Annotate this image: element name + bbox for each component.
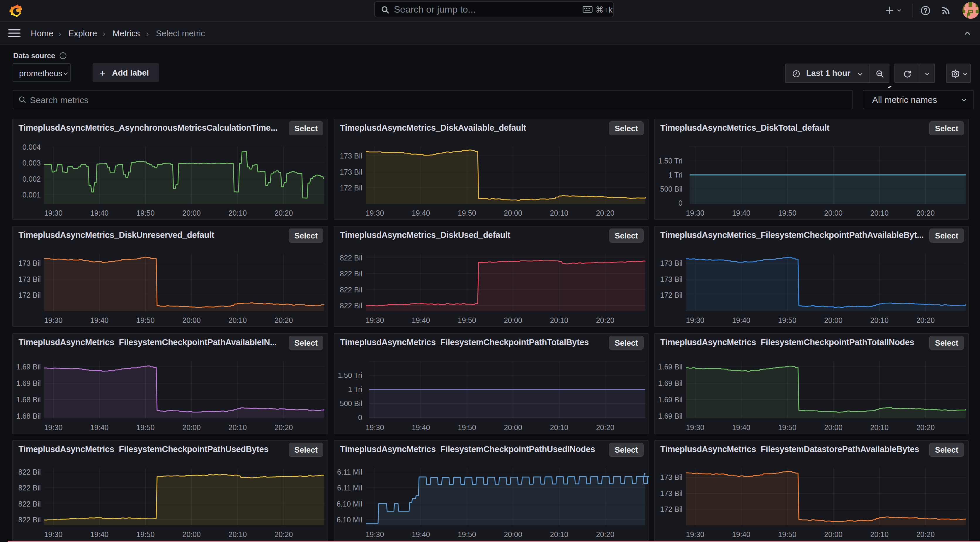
svg-text:1.69 Bil: 1.69 Bil: [658, 363, 682, 371]
svg-text:1 Tri: 1 Tri: [348, 385, 362, 393]
svg-text:20:20: 20:20: [596, 209, 614, 217]
svg-text:822 Bil: 822 Bil: [19, 500, 41, 508]
svg-text:19:40: 19:40: [90, 530, 109, 539]
svg-text:173 Bil: 173 Bil: [660, 259, 682, 267]
svg-text:822 Bil: 822 Bil: [340, 254, 362, 262]
svg-text:19:30: 19:30: [44, 316, 63, 324]
svg-text:172 Bil: 172 Bil: [660, 505, 682, 513]
svg-text:19:40: 19:40: [412, 316, 430, 324]
svg-text:19:30: 19:30: [366, 209, 384, 217]
svg-text:20:00: 20:00: [182, 316, 201, 324]
svg-text:19:30: 19:30: [44, 209, 63, 217]
svg-text:173 Bil: 173 Bil: [660, 275, 682, 283]
svg-text:19:50: 19:50: [136, 209, 155, 217]
svg-text:6.11 Mil: 6.11 Mil: [337, 484, 362, 492]
svg-text:173 Bil: 173 Bil: [19, 275, 41, 283]
svg-text:20:20: 20:20: [275, 316, 293, 324]
svg-text:19:30: 19:30: [686, 209, 705, 217]
svg-text:1.69 Bil: 1.69 Bil: [16, 363, 41, 371]
svg-text:20:00: 20:00: [824, 316, 843, 324]
svg-text:1.50 Tri: 1.50 Tri: [658, 157, 682, 165]
svg-text:172 Bil: 172 Bil: [19, 291, 41, 299]
svg-text:20:00: 20:00: [824, 209, 843, 217]
svg-text:20:10: 20:10: [229, 530, 247, 539]
svg-text:500 Bil: 500 Bil: [340, 399, 362, 407]
svg-text:20:10: 20:10: [550, 423, 568, 432]
svg-text:1 Tri: 1 Tri: [668, 171, 682, 179]
svg-text:0: 0: [358, 413, 362, 421]
svg-text:822 Bil: 822 Bil: [340, 270, 362, 278]
svg-text:19:40: 19:40: [412, 423, 430, 432]
svg-text:20:20: 20:20: [275, 530, 293, 539]
svg-text:19:40: 19:40: [90, 209, 109, 217]
svg-text:19:30: 19:30: [686, 530, 705, 539]
svg-text:19:50: 19:50: [136, 316, 155, 324]
svg-text:19:40: 19:40: [412, 530, 430, 539]
svg-text:0.002: 0.002: [22, 175, 41, 183]
svg-text:20:00: 20:00: [824, 530, 843, 539]
svg-text:20:10: 20:10: [229, 209, 247, 217]
svg-text:0.004: 0.004: [22, 143, 41, 151]
svg-text:19:40: 19:40: [732, 209, 751, 217]
svg-text:19:50: 19:50: [778, 209, 797, 217]
svg-text:822 Bil: 822 Bil: [19, 484, 41, 492]
svg-text:20:00: 20:00: [824, 423, 843, 432]
svg-text:1.69 Bil: 1.69 Bil: [16, 379, 41, 387]
svg-text:20:00: 20:00: [504, 530, 522, 539]
svg-text:19:40: 19:40: [732, 530, 751, 539]
svg-text:20:10: 20:10: [229, 316, 247, 324]
svg-text:500 Bil: 500 Bil: [660, 185, 682, 193]
svg-text:173 Bil: 173 Bil: [660, 489, 682, 497]
svg-text:19:30: 19:30: [366, 530, 384, 539]
svg-text:20:00: 20:00: [504, 316, 522, 324]
svg-text:173 Bil: 173 Bil: [660, 473, 682, 482]
svg-text:20:20: 20:20: [916, 316, 935, 324]
svg-text:6.11 Mil: 6.11 Mil: [337, 468, 362, 476]
svg-text:822 Bil: 822 Bil: [19, 516, 41, 524]
svg-text:0.001: 0.001: [22, 191, 41, 199]
svg-text:20:20: 20:20: [916, 530, 935, 539]
svg-text:822 Bil: 822 Bil: [340, 286, 362, 294]
svg-text:19:50: 19:50: [136, 423, 155, 432]
svg-text:6.10 Mil: 6.10 Mil: [336, 516, 362, 524]
svg-text:172 Bil: 172 Bil: [660, 291, 682, 299]
svg-text:173 Bil: 173 Bil: [340, 168, 362, 176]
svg-text:20:10: 20:10: [550, 209, 568, 217]
svg-text:1.69 Bil: 1.69 Bil: [658, 396, 682, 404]
svg-text:19:50: 19:50: [778, 423, 797, 432]
svg-text:20:10: 20:10: [550, 530, 568, 539]
svg-text:6.10 Mil: 6.10 Mil: [336, 500, 362, 508]
svg-text:20:20: 20:20: [916, 209, 935, 217]
svg-text:19:30: 19:30: [366, 316, 384, 324]
svg-text:20:20: 20:20: [916, 423, 935, 432]
svg-text:19:40: 19:40: [90, 316, 109, 324]
svg-text:20:10: 20:10: [550, 316, 568, 324]
svg-text:19:30: 19:30: [686, 316, 705, 324]
svg-text:20:00: 20:00: [504, 209, 522, 217]
svg-text:1.69 Bil: 1.69 Bil: [658, 412, 682, 420]
svg-text:20:20: 20:20: [275, 209, 293, 217]
svg-text:20:20: 20:20: [275, 423, 293, 432]
svg-text:19:40: 19:40: [412, 209, 430, 217]
svg-text:19:50: 19:50: [458, 530, 476, 539]
svg-text:20:00: 20:00: [182, 423, 201, 432]
svg-text:172 Bil: 172 Bil: [340, 184, 362, 192]
svg-text:822 Bil: 822 Bil: [19, 468, 41, 476]
svg-text:19:30: 19:30: [366, 423, 384, 432]
svg-text:20:20: 20:20: [596, 316, 614, 324]
svg-text:19:50: 19:50: [458, 209, 476, 217]
svg-text:0: 0: [678, 199, 682, 207]
svg-text:19:50: 19:50: [136, 530, 155, 539]
svg-text:19:40: 19:40: [732, 423, 751, 432]
svg-text:173 Bil: 173 Bil: [340, 152, 362, 160]
svg-text:19:30: 19:30: [686, 423, 705, 432]
svg-text:19:50: 19:50: [778, 530, 797, 539]
svg-text:20:10: 20:10: [870, 209, 889, 217]
svg-text:20:20: 20:20: [596, 423, 614, 432]
svg-text:1.68 Bil: 1.68 Bil: [16, 396, 41, 404]
svg-text:19:50: 19:50: [778, 316, 797, 324]
svg-text:20:20: 20:20: [596, 530, 614, 539]
svg-text:19:40: 19:40: [90, 423, 109, 432]
svg-text:20:10: 20:10: [870, 530, 889, 539]
svg-text:19:30: 19:30: [44, 530, 63, 539]
